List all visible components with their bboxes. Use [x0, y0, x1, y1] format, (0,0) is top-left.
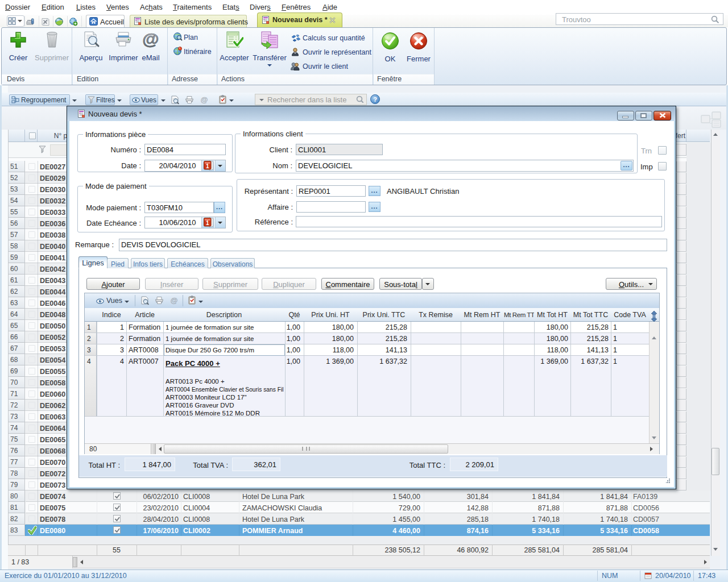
svg-text:@: @: [201, 95, 208, 104]
svg-text:@: @: [171, 296, 178, 305]
svg-text:?: ?: [373, 96, 377, 103]
svg-text:@: @: [142, 31, 159, 48]
svg-text:1: 1: [206, 163, 209, 169]
svg-text:1: 1: [206, 220, 209, 226]
